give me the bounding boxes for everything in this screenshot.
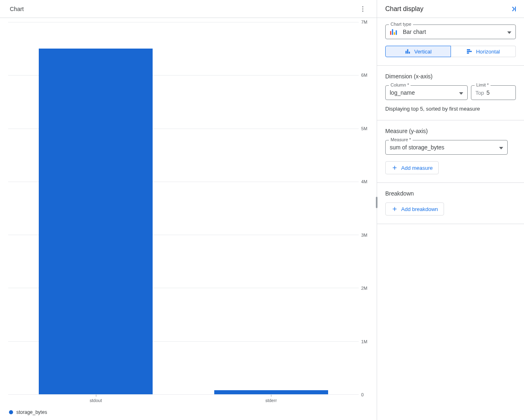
dimension-column-value: log_name [390,89,455,96]
measure-label: Measure * [389,137,413,142]
y-tick-label: 0 [361,392,364,397]
svg-rect-11 [467,49,470,51]
chart-body: 01M2M3M4M5M6M7M stdoutstderr storage_byt… [0,18,377,420]
x-axis-labels: stdoutstderr [8,395,359,403]
add-breakdown-button[interactable]: Add breakdown [385,202,444,216]
chart-options-button[interactable] [357,3,369,15]
collapse-panel-button[interactable] [509,5,517,13]
svg-rect-6 [394,32,395,35]
orientation-horizontal-label: Horizontal [476,49,500,55]
config-body: Chart type Bar chart [377,18,524,231]
y-tick-label: 6M [361,73,367,78]
legend-swatch [9,410,13,414]
dimension-hint: Displaying top 5, sorted by first measur… [385,106,516,112]
svg-rect-9 [407,49,409,54]
breakdown-section-title: Breakdown [385,190,516,197]
measure-value: sum of storage_bytes [390,144,495,151]
svg-rect-13 [467,53,469,54]
legend-series-label: storage_bytes [16,409,47,415]
y-tick-label: 5M [361,126,367,131]
chart-title: Chart [10,6,24,12]
plot-area-wrapper: 01M2M3M4M5M6M7M [8,22,372,395]
chart-legend: storage_bytes [8,403,372,420]
config-header: Chart display [377,0,524,18]
svg-point-2 [362,11,363,11]
bar[interactable] [39,49,153,394]
config-panel-title: Chart display [385,5,423,13]
chart-type-value: Bar chart [403,29,503,35]
vertical-bars-icon [404,48,411,55]
x-tick-label: stderr [184,395,359,403]
add-breakdown-label: Add breakdown [401,206,438,212]
bar-slot [184,22,359,394]
plus-icon [391,206,398,212]
svg-rect-8 [406,51,407,54]
dimension-limit-field[interactable]: Limit * Top [471,85,516,100]
chart-type-label: Chart type [389,22,413,27]
chart-header: Chart [0,0,377,18]
add-measure-button[interactable]: Add measure [385,161,439,174]
dimension-limit-label: Limit * [475,82,491,87]
horizontal-bars-icon [466,48,473,55]
bar-slot [8,22,184,394]
dimension-column-label: Column * [389,82,411,87]
collapse-right-icon [509,5,517,13]
y-tick-label: 7M [361,20,367,24]
dimension-section-title: Dimension (x-axis) [385,73,516,80]
add-measure-label: Add measure [401,165,433,171]
bar-chart-icon [390,28,399,36]
measure-select[interactable]: Measure * sum of storage_bytes [385,140,508,155]
svg-rect-5 [392,29,393,35]
svg-rect-7 [396,30,397,35]
dropdown-caret-icon [507,29,511,35]
y-tick-label: 1M [361,339,367,344]
config-panel: Chart display Chart type [377,0,524,420]
svg-rect-4 [390,31,391,35]
bar[interactable] [214,390,328,394]
plus-icon [391,164,398,171]
limit-prefix: Top [475,90,484,96]
svg-rect-12 [467,51,472,52]
measure-section-title: Measure (y-axis) [385,128,516,134]
chart-panel: Chart 01M2M3M4M5M6M7M stdoutstderr stora… [0,0,377,420]
svg-rect-10 [409,52,410,54]
dimension-column-select[interactable]: Column * log_name [385,85,468,100]
orientation-vertical-label: Vertical [414,49,432,55]
dropdown-caret-icon [459,89,463,96]
orientation-toggle: Vertical Horizontal [385,46,516,57]
y-tick-label: 3M [361,233,367,238]
chart-type-select[interactable]: Chart type Bar chart [385,24,516,39]
svg-point-0 [362,6,363,7]
resize-handle[interactable] [376,197,377,208]
bars-container [8,22,359,394]
x-tick-label: stdout [8,395,184,403]
plot-area[interactable] [8,22,359,395]
svg-point-1 [362,8,363,9]
y-tick-label: 4M [361,179,367,184]
dropdown-caret-icon [499,144,503,151]
y-tick-label: 2M [361,286,367,291]
orientation-horizontal-button[interactable]: Horizontal [451,46,516,57]
kebab-icon [359,5,366,13]
y-axis-labels: 01M2M3M4M5M6M7M [359,22,372,395]
orientation-vertical-button[interactable]: Vertical [385,46,451,57]
dimension-limit-input[interactable] [486,89,511,96]
